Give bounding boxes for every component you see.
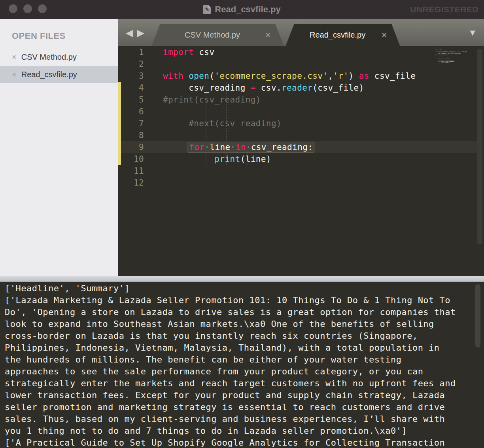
selected-text[interactable]: for·line·in·csv_reading:: [187, 142, 315, 153]
previous-tab-icon[interactable]: ◀: [126, 27, 133, 38]
sublime-text-window: ✎ Read_csvfile.py UNREGISTERED OPEN FILE…: [0, 0, 484, 448]
line-number: 8: [118, 129, 163, 141]
console-line: ['Lazada Marketing & Lazada Seller Promo…: [5, 294, 484, 306]
sidebar-item-label: CSV Method.py: [21, 53, 77, 62]
console-line: look to expand into Southeast Asian mark…: [5, 318, 484, 330]
tab-navigation: ◀ ▶: [126, 19, 144, 46]
sidebar-item-label: Read_csvfile.py: [21, 70, 77, 79]
code-line[interactable]: with open('ecommerce_scrape.csv','r') as…: [163, 70, 435, 82]
close-icon[interactable]: ×: [265, 30, 270, 40]
sidebar: OPEN FILES × CSV Method.py × Read_csvfil…: [0, 19, 118, 276]
editor-pane: ◀ ▶ CSV Method.py × Read_csvfile.py × ▼ …: [118, 19, 484, 276]
unregistered-label: UNREGISTERED: [410, 0, 478, 19]
close-window-button[interactable]: [9, 4, 17, 13]
chevron-down-icon: ▼: [468, 28, 477, 38]
code-line[interactable]: [163, 129, 435, 141]
tab-label: CSV Method.py: [165, 30, 260, 40]
console-line: you 1 thing not to do and 7 things to do…: [5, 425, 484, 437]
line-number: 1: [118, 46, 163, 58]
minimize-window-button[interactable]: [23, 4, 32, 13]
minimap-content: import csvwith open('ecommerce_scrape.cs…: [435, 48, 471, 66]
code-text[interactable]: import csvwith open('ecommerce_scrape.cs…: [435, 48, 470, 66]
vertical-scrollbar-thumb[interactable]: [477, 49, 482, 245]
minimap[interactable]: import csvwith open('ecommerce_scrape.cs…: [435, 48, 476, 262]
close-icon[interactable]: ×: [12, 70, 17, 78]
line-number: 10: [118, 153, 163, 165]
tab-label: Read_csvfile.py: [299, 30, 376, 40]
console-line: Philippines, Indonesia, Vietnam, Malaysi…: [5, 342, 484, 354]
close-icon[interactable]: ×: [12, 53, 17, 61]
console-line: Do', 'Opening a store on Lazada to drive…: [5, 306, 484, 318]
title-bar: ✎ Read_csvfile.py UNREGISTERED: [0, 0, 484, 19]
code-line[interactable]: #print(csv_reading): [163, 94, 435, 106]
console-scrollbar-thumb[interactable]: [475, 284, 480, 347]
line-number: 5: [118, 94, 163, 106]
code-text[interactable]: import csvwith open('ecommerce_scrape.cs…: [163, 46, 435, 189]
console-line: sales. Thus, based on my client-serving …: [5, 413, 484, 425]
console-line: cross-border on Lazada is that you insta…: [5, 330, 484, 342]
build-output-console: ['Headline', 'Summary']['Lazada Marketin…: [0, 282, 484, 448]
line-number: 7: [118, 118, 163, 129]
console-line: strategically enter the markets and reac…: [5, 378, 484, 389]
console-line: ['Headline', 'Summary']: [5, 283, 484, 294]
code-line[interactable]: [163, 106, 435, 118]
console-line: the hundreds of millions. The benefit ca…: [5, 354, 484, 366]
code-line[interactable]: [163, 58, 435, 70]
tab-read-csvfile[interactable]: Read_csvfile.py ×: [285, 24, 400, 46]
code-editor[interactable]: 123456789101112 import csvwith open('eco…: [118, 46, 484, 264]
sidebar-item-read-csvfile[interactable]: × Read_csvfile.py: [0, 66, 118, 83]
tab-csv-method[interactable]: CSV Method.py ×: [151, 24, 284, 46]
line-number: 4: [118, 82, 163, 94]
window-controls: [9, 4, 47, 13]
code-line[interactable]: print(line): [163, 153, 435, 165]
tab-bar: ◀ ▶ CSV Method.py × Read_csvfile.py × ▼: [118, 19, 484, 46]
line-number: 12: [118, 177, 163, 189]
line-number: 11: [118, 165, 163, 177]
pane-splitter[interactable]: [0, 276, 484, 282]
line-number-gutter: 123456789101112: [118, 46, 163, 189]
code-line[interactable]: csv_reading = csv.reader(csv_file): [163, 82, 435, 94]
code-line[interactable]: [435, 65, 470, 66]
line-number: 9: [118, 141, 163, 153]
open-files-header: OPEN FILES: [12, 31, 118, 41]
next-tab-icon[interactable]: ▶: [137, 27, 144, 38]
zoom-window-button[interactable]: [38, 4, 47, 13]
code-line[interactable]: import csv: [163, 46, 435, 58]
sidebar-item-csv-method[interactable]: × CSV Method.py: [0, 48, 118, 66]
line-number: 3: [118, 70, 163, 82]
window-title-text: Read_csvfile.py: [215, 4, 280, 15]
window-title: ✎ Read_csvfile.py: [203, 4, 280, 15]
console-line: seller promotion and marketing strategy …: [5, 401, 484, 413]
code-line[interactable]: #next(csv_reading): [163, 118, 435, 129]
line-number: 6: [118, 106, 163, 118]
line-number: 2: [118, 58, 163, 70]
console-line: lower transaction fees. Except for your …: [5, 389, 484, 401]
console-line: approaches to see the sale performance f…: [5, 366, 484, 378]
document-icon: ✎: [203, 5, 211, 14]
code-line[interactable]: [163, 177, 435, 189]
code-line[interactable]: for·line·in·csv_reading:: [163, 141, 435, 153]
console-line: ['A Practical Guide to Set Up Shopify Go…: [5, 437, 484, 448]
close-icon[interactable]: ×: [382, 30, 387, 40]
code-line[interactable]: [163, 165, 435, 177]
tab-overflow-menu[interactable]: ▼: [468, 19, 477, 46]
